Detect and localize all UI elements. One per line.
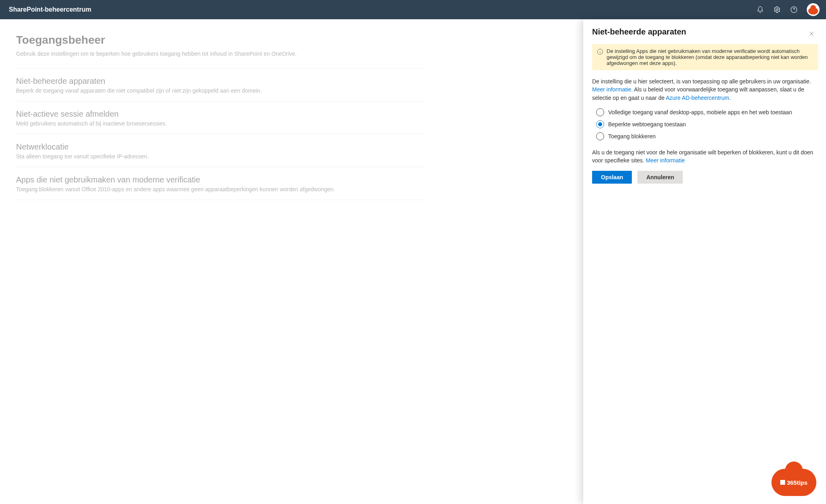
access-policy-radio-group: Volledige toegang vanaf desktop-apps, mo… xyxy=(596,108,818,140)
panel-intro: De instelling die u hier selecteert, is … xyxy=(592,77,818,102)
page-body: Toegangsbeheer Gebruik deze instellingen… xyxy=(0,19,826,504)
more-info-sites-link[interactable]: Meer informatie xyxy=(646,157,685,164)
warning-text: De instelling Apps die niet gebruikmaken… xyxy=(607,48,813,66)
access-item-idle-session[interactable]: Niet-actieve sessie afmelden Meld gebrui… xyxy=(16,101,425,134)
close-panel-button[interactable] xyxy=(805,27,818,40)
note-text: Als u de toegang niet voor de hele organ… xyxy=(592,149,813,164)
access-item-legacy-auth-apps[interactable]: Apps die niet gebruikmaken van moderne v… xyxy=(16,167,425,200)
item-desc: Beperk de toegang vanaf apparaten die ni… xyxy=(16,87,425,94)
help-icon[interactable] xyxy=(790,6,798,14)
watermark-365tips: 365tips xyxy=(771,469,816,496)
intro-text: De instelling die u hier selecteert, is … xyxy=(592,78,811,85)
radio-label: Beperkte webtoegang toestaan xyxy=(608,121,686,128)
cancel-button[interactable]: Annuleren xyxy=(637,171,683,184)
office-icon xyxy=(780,480,785,485)
app-title: SharePoint-beheercentrum xyxy=(9,6,91,13)
item-title: Niet-beheerde apparaten xyxy=(16,77,425,86)
item-title: Netwerklocatie xyxy=(16,142,425,152)
item-desc: Toegang blokkeren vanuit Office 2010-app… xyxy=(16,186,425,192)
radio-option-full-access[interactable]: Volledige toegang vanaf desktop-apps, mo… xyxy=(596,108,818,116)
top-bar: SharePoint-beheercentrum xyxy=(0,0,826,19)
radio-indicator xyxy=(596,108,604,116)
item-title: Niet-actieve sessie afmelden xyxy=(16,109,425,119)
page-title: Toegangsbeheer xyxy=(16,34,425,47)
radio-option-block[interactable]: Toegang blokkeren xyxy=(596,132,818,140)
intro-text: . xyxy=(729,95,731,101)
radio-indicator xyxy=(596,132,604,140)
notifications-icon[interactable] xyxy=(756,6,764,14)
save-button[interactable]: Opslaan xyxy=(592,171,632,184)
info-icon xyxy=(597,49,603,66)
topbar-actions xyxy=(756,3,820,16)
radio-label: Toegang blokkeren xyxy=(608,133,656,140)
watermark-label: 365tips xyxy=(787,479,808,486)
panel-buttons: Opslaan Annuleren xyxy=(592,171,818,184)
azure-ad-link[interactable]: Azure AD-beheercentrum xyxy=(666,95,729,101)
panel-note: Als u de toegang niet voor de hele organ… xyxy=(592,148,818,165)
more-info-link[interactable]: Meer informatie. xyxy=(592,86,633,93)
main-content: Toegangsbeheer Gebruik deze instellingen… xyxy=(0,19,441,210)
access-item-network-location[interactable]: Netwerklocatie Sta alleen toegang toe va… xyxy=(16,134,425,167)
account-avatar[interactable] xyxy=(807,3,820,16)
warning-message-bar: De instelling Apps die niet gebruikmaken… xyxy=(592,44,818,70)
item-title: Apps die niet gebruikmaken van moderne v… xyxy=(16,175,425,184)
side-panel-unmanaged-devices: Niet-beheerde apparaten De instelling Ap… xyxy=(583,19,826,504)
radio-option-limited-web[interactable]: Beperkte webtoegang toestaan xyxy=(596,120,818,128)
item-desc: Meld gebruikers automatisch af bij inact… xyxy=(16,120,425,127)
page-description: Gebruik deze instellingen om te beperken… xyxy=(16,51,425,57)
svg-point-0 xyxy=(776,9,778,11)
radio-label: Volledige toegang vanaf desktop-apps, mo… xyxy=(608,109,792,115)
access-item-unmanaged-devices[interactable]: Niet-beheerde apparaten Beperk de toegan… xyxy=(16,68,425,101)
settings-gear-icon[interactable] xyxy=(773,6,781,14)
panel-title: Niet-beheerde apparaten xyxy=(592,27,686,36)
svg-point-3 xyxy=(810,5,816,11)
radio-indicator xyxy=(596,120,604,128)
item-desc: Sta alleen toegang toe vanuit specifieke… xyxy=(16,153,425,160)
